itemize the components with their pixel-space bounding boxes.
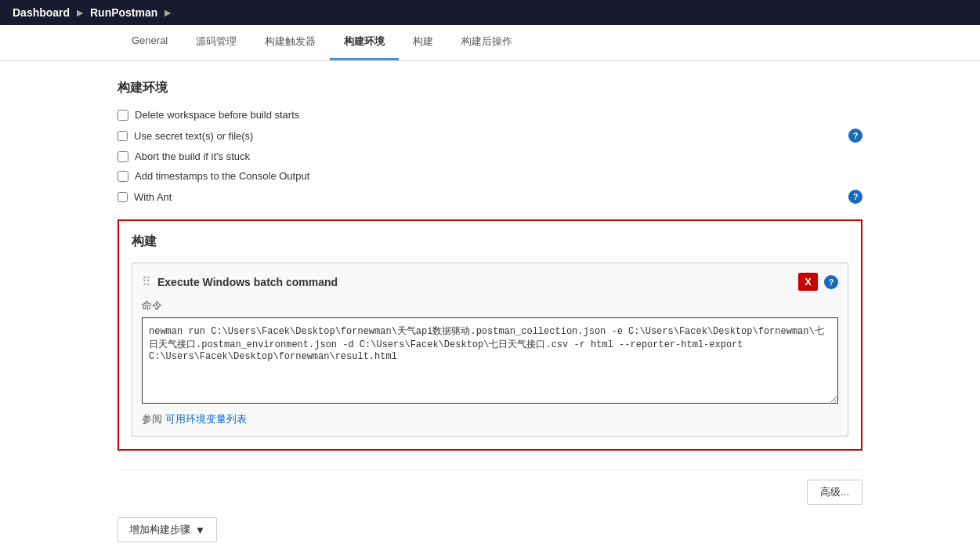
checkbox-row-with-ant: With Ant ? bbox=[118, 190, 862, 204]
tab-general[interactable]: General bbox=[118, 25, 182, 60]
add-step-arrow: ▼ bbox=[195, 524, 205, 536]
cmd-label: 命令 bbox=[142, 299, 838, 313]
help-icon-secret-text[interactable]: ? bbox=[848, 129, 862, 143]
tab-scm[interactable]: 源码管理 bbox=[182, 25, 251, 60]
build-env-section: 构建环境 Delete workspace before build start… bbox=[118, 80, 862, 204]
checkbox-with-ant[interactable] bbox=[118, 192, 128, 202]
header-bar: Dashboard ► RunPostman ► bbox=[0, 0, 980, 25]
breadcrumb-dashboard[interactable]: Dashboard bbox=[13, 6, 70, 19]
add-step-label: 增加构建步骤 bbox=[129, 523, 190, 537]
breadcrumb-sep-1: ► bbox=[74, 6, 85, 19]
env-vars-link[interactable]: 可用环境变量列表 bbox=[165, 413, 247, 425]
checkbox-label-delete-workspace: Delete workspace before build starts bbox=[135, 109, 299, 121]
help-icon-with-ant[interactable]: ? bbox=[848, 190, 862, 204]
drag-handle-icon[interactable]: ⠿ bbox=[142, 274, 151, 289]
tab-post-build[interactable]: 构建后操作 bbox=[447, 25, 526, 60]
checkbox-abort-build[interactable] bbox=[118, 151, 128, 162]
checkbox-delete-workspace[interactable] bbox=[118, 110, 128, 121]
build-section-heading: 构建 bbox=[132, 234, 848, 250]
checkbox-label-abort-build: Abort the build if it's stuck bbox=[135, 150, 250, 162]
command-card: ⠿ Execute Windows batch command X ? 命令 n… bbox=[132, 263, 848, 437]
checkbox-label-timestamps: Add timestamps to the Console Output bbox=[135, 170, 309, 182]
checkbox-row-secret-text: Use secret text(s) or file(s) ? bbox=[118, 129, 862, 143]
main-content: 构建环境 Delete workspace before build start… bbox=[0, 61, 980, 558]
cmd-textarea[interactable]: newman run C:\Users\Facek\Desktop\fornew… bbox=[142, 317, 838, 404]
breadcrumb-project[interactable]: RunPostman bbox=[90, 6, 157, 19]
breadcrumb-sep-2: ► bbox=[162, 6, 173, 19]
command-card-actions: X ? bbox=[798, 273, 838, 291]
delete-command-button[interactable]: X bbox=[798, 273, 818, 291]
tab-bar: General 源码管理 构建触发器 构建环境 构建 构建后操作 bbox=[0, 25, 980, 61]
help-icon-command[interactable]: ? bbox=[824, 275, 838, 289]
checkbox-label-secret-text: Use secret text(s) or file(s) bbox=[134, 130, 253, 142]
add-step-row: 增加构建步骤 ▼ bbox=[118, 517, 862, 542]
tab-build[interactable]: 构建 bbox=[399, 25, 447, 60]
checkbox-row-abort-build: Abort the build if it's stuck bbox=[118, 150, 862, 162]
command-card-header: ⠿ Execute Windows batch command X ? bbox=[142, 273, 838, 291]
env-link-row: 参阅 可用环境变量列表 bbox=[142, 412, 838, 426]
command-card-title-area: ⠿ Execute Windows batch command bbox=[142, 274, 338, 289]
checkbox-secret-text[interactable] bbox=[118, 131, 128, 141]
env-link-prefix: 参阅 bbox=[142, 413, 165, 425]
build-env-heading: 构建环境 bbox=[118, 80, 862, 96]
bottom-actions: 高级... bbox=[118, 469, 862, 505]
checkbox-row-delete-workspace: Delete workspace before build starts bbox=[118, 109, 862, 121]
command-card-title: Execute Windows batch command bbox=[157, 276, 338, 288]
checkbox-row-timestamps: Add timestamps to the Console Output bbox=[118, 170, 862, 182]
tab-build-env[interactable]: 构建环境 bbox=[330, 25, 399, 60]
add-build-step-button[interactable]: 增加构建步骤 ▼ bbox=[118, 517, 217, 542]
checkbox-timestamps[interactable] bbox=[118, 171, 128, 182]
advanced-button[interactable]: 高级... bbox=[807, 480, 862, 505]
checkbox-label-with-ant: With Ant bbox=[134, 191, 172, 203]
tab-triggers[interactable]: 构建触发器 bbox=[251, 25, 330, 60]
build-section: 构建 ⠿ Execute Windows batch command X ? 命… bbox=[118, 219, 862, 451]
